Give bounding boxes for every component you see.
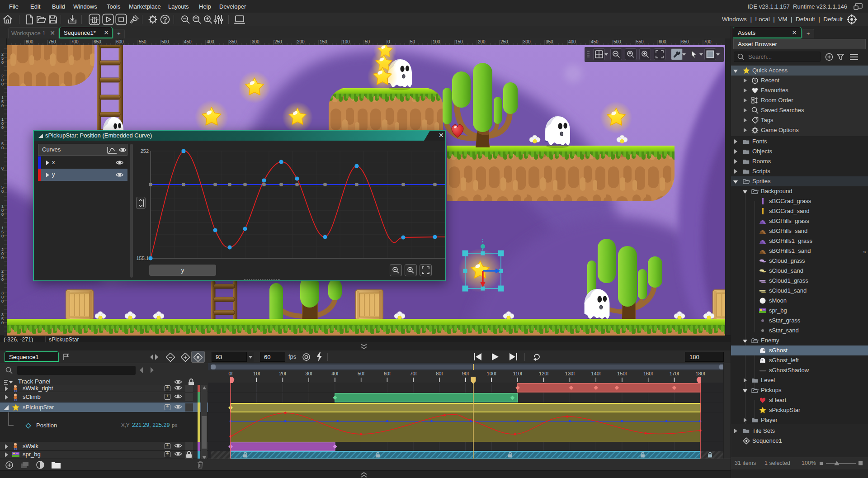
svg-text:60f: 60f	[384, 371, 391, 376]
svg-text:100: 100	[433, 39, 440, 44]
svg-text:400: 400	[568, 39, 576, 44]
svg-text:10f: 10f	[253, 371, 260, 376]
svg-text:0: 0	[1, 166, 4, 170]
svg-text:90f: 90f	[462, 371, 469, 376]
svg-text:0: 0	[1, 234, 4, 238]
svg-text:800: 800	[26, 39, 33, 44]
svg-text:200: 200	[297, 39, 305, 44]
svg-text:450: 450	[184, 39, 192, 44]
svg-text:170f: 170f	[670, 371, 679, 376]
svg-text:600: 600	[116, 39, 124, 44]
svg-text:0: 0	[1, 82, 4, 86]
svg-text:70f: 70f	[410, 371, 417, 376]
svg-text:100: 100	[342, 39, 350, 44]
svg-text:180f: 180f	[695, 371, 705, 376]
svg-text:700: 700	[704, 39, 712, 44]
svg-text:350: 350	[546, 39, 553, 44]
svg-text:0: 0	[1, 189, 4, 194]
svg-text:40f: 40f	[331, 371, 339, 376]
svg-text:0: 0	[1, 104, 4, 108]
svg-text:400: 400	[207, 39, 214, 44]
svg-text:0: 0	[1, 212, 4, 217]
svg-text:600: 600	[659, 39, 666, 44]
svg-text:450: 450	[591, 39, 599, 44]
svg-text:0: 0	[1, 321, 4, 325]
svg-text:700: 700	[71, 39, 79, 44]
svg-text:100f: 100f	[487, 371, 497, 376]
svg-text:140f: 140f	[591, 371, 601, 376]
svg-text:150: 150	[455, 39, 463, 44]
svg-text:150: 150	[320, 39, 327, 44]
svg-text:160f: 160f	[643, 371, 653, 376]
svg-text:50: 50	[365, 39, 370, 44]
svg-text:0: 0	[1, 277, 4, 282]
svg-text:550: 550	[636, 39, 644, 44]
svg-text:120f: 120f	[539, 371, 549, 376]
svg-text:110f: 110f	[513, 371, 523, 376]
svg-text:750: 750	[48, 39, 56, 44]
svg-text:250: 250	[274, 39, 282, 44]
svg-text:0: 0	[1, 299, 4, 303]
svg-text:350: 350	[229, 39, 237, 44]
svg-text:0: 0	[1, 256, 4, 260]
svg-text:50: 50	[410, 39, 415, 44]
svg-text:650: 650	[94, 39, 101, 44]
svg-text:150f: 150f	[617, 371, 627, 376]
svg-text:650: 650	[681, 39, 689, 44]
svg-text:0f: 0f	[228, 371, 233, 376]
svg-text:0: 0	[1, 60, 4, 65]
svg-text:0: 0	[387, 39, 390, 44]
svg-text:80f: 80f	[436, 371, 443, 376]
svg-text:30f: 30f	[306, 371, 313, 376]
svg-text:300: 300	[252, 39, 259, 44]
svg-text:50f: 50f	[358, 371, 365, 376]
svg-text:300: 300	[523, 39, 531, 44]
svg-text:550: 550	[139, 39, 146, 44]
svg-text:200: 200	[478, 39, 486, 44]
svg-text:500: 500	[161, 39, 169, 44]
svg-text:500: 500	[613, 39, 621, 44]
svg-text:0: 0	[1, 146, 4, 150]
svg-text:0: 0	[1, 125, 4, 130]
svg-text:130f: 130f	[565, 371, 575, 376]
svg-text:20f: 20f	[279, 371, 287, 376]
svg-text:250: 250	[500, 39, 508, 44]
